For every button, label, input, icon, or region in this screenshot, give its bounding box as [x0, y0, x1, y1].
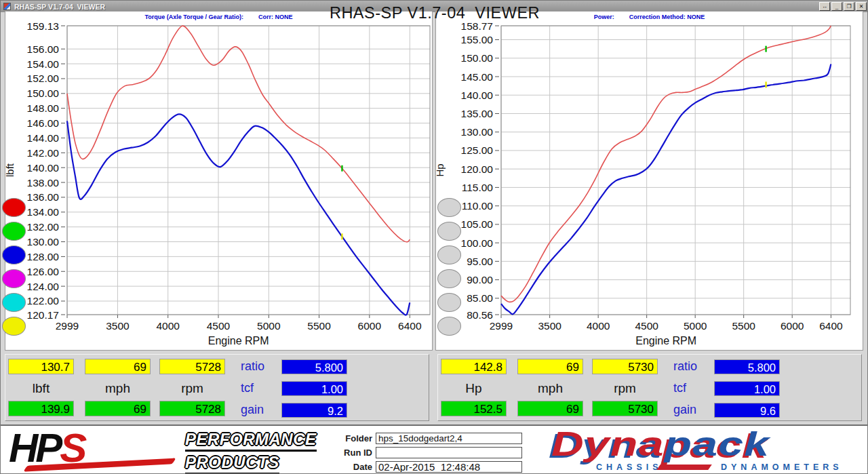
svg-text:105.00: 105.00: [461, 218, 494, 230]
svg-text:Engine RPM: Engine RPM: [635, 335, 696, 347]
power-chart: 158.77155.00150.00145.00140.00135.00130.…: [436, 12, 864, 351]
svg-text:2999: 2999: [490, 320, 513, 332]
ratio-label: ratio: [673, 359, 711, 374]
svg-text:150.00: 150.00: [461, 52, 494, 64]
curve-color-button-3[interactable]: [2, 245, 26, 264]
power-cursor-value: 142.8: [441, 359, 507, 374]
svg-text:100.00: 100.00: [461, 237, 494, 249]
curve-color-button-disabled-3[interactable]: [437, 245, 461, 264]
close-button[interactable]: ✕: [856, 2, 867, 11]
svg-text:155.00: 155.00: [461, 34, 494, 45]
svg-text:115.00: 115.00: [462, 182, 494, 193]
svg-text:142.00: 142.00: [27, 147, 60, 159]
svg-text:6000: 6000: [358, 320, 382, 332]
svg-text:5000: 5000: [257, 320, 281, 332]
svg-text:5500: 5500: [307, 320, 331, 332]
power-cursor-value-2: 152.5: [441, 401, 507, 416]
dynapack-logo: Dynapack CHASSIS DYNAMOMETERS: [551, 427, 850, 474]
svg-text:158.77: 158.77: [461, 20, 493, 32]
curve-color-button-6[interactable]: [2, 317, 26, 336]
power-data-table: 142.8 69 5730 Hp mph rpm 152.5 69 5730 r…: [437, 354, 862, 421]
svg-text:Engine RPM: Engine RPM: [208, 335, 269, 347]
svg-text:110.00: 110.00: [462, 200, 494, 212]
curve-color-button-4[interactable]: [2, 269, 26, 288]
torque-header-title: Torque (Axle Torque / Gear Ratio):: [144, 14, 243, 20]
svg-text:95.00: 95.00: [467, 256, 493, 267]
curve-color-button-2[interactable]: [2, 222, 26, 241]
power-header-title: Power:: [594, 14, 614, 20]
svg-text:124.00: 124.00: [27, 281, 60, 292]
footer: HPS PERFORMANCE PRODUCTS Folder Run ID D…: [1, 424, 868, 474]
curve-color-button-disabled-1[interactable]: [437, 198, 461, 217]
torque-header-corr: Corr: NONE: [258, 14, 293, 20]
run-id-input[interactable]: [376, 447, 522, 458]
svg-text:130.00: 130.00: [27, 236, 60, 248]
window-title: RHAS-SP V1.7-04 VIEWER: [14, 3, 105, 11]
dynapack-chassis-text: CHASSIS: [596, 462, 663, 472]
date-input[interactable]: [376, 461, 522, 473]
svg-text:144.00: 144.00: [27, 132, 60, 144]
folder-input[interactable]: [376, 433, 522, 444]
curve-color-button-1[interactable]: [2, 198, 26, 217]
gain-label: gain: [673, 403, 711, 417]
curve-color-button-disabled-4[interactable]: [437, 269, 461, 288]
resize-button[interactable]: ↔: [819, 2, 830, 11]
svg-text:80.56: 80.56: [467, 309, 493, 321]
svg-text:156.00: 156.00: [27, 43, 60, 55]
restore-button[interactable]: ❐: [844, 2, 854, 11]
dynapack-dynamometers-text: DYNAMOMETERS: [721, 462, 843, 472]
curve-color-button-disabled-6[interactable]: [437, 317, 461, 336]
rpm-unit-label: rpm: [592, 381, 658, 396]
svg-text:3500: 3500: [538, 320, 561, 332]
gain-value: 9.2: [281, 403, 347, 418]
app-window: RHAS-SP V1.7-04 VIEWER ↔ _ ❐ ✕ RHAS-SP V…: [0, 0, 868, 474]
svg-text:152.00: 152.00: [27, 73, 60, 84]
svg-text:120.17: 120.17: [27, 309, 59, 321]
rpm-unit-label: rpm: [159, 381, 225, 396]
svg-text:4000: 4000: [587, 320, 610, 332]
svg-text:lbft: lbft: [5, 163, 16, 177]
svg-text:4500: 4500: [207, 320, 231, 332]
torque-panel-header: Torque (Axle Torque / Gear Ratio):Corr: …: [5, 14, 432, 20]
torque-chart-panel: Torque (Axle Torque / Gear Ratio):Corr: …: [5, 11, 433, 351]
svg-text:2999: 2999: [56, 320, 79, 332]
date-label: Date: [340, 462, 372, 472]
svg-text:5500: 5500: [732, 320, 755, 332]
dynapack-swoosh-graphic: [656, 465, 712, 470]
run-id-label: Run ID: [340, 448, 372, 458]
power-header-corr: Correction Method: NONE: [629, 14, 705, 20]
ratio-label: ratio: [241, 359, 279, 374]
svg-text:159.13: 159.13: [27, 20, 59, 32]
svg-text:6400: 6400: [819, 320, 843, 332]
svg-text:135.00: 135.00: [461, 108, 494, 119]
power-panel-header: Power:Correction Method: NONE: [436, 14, 863, 20]
hps-tagline-performance: PERFORMANCE: [185, 430, 317, 452]
svg-text:138.00: 138.00: [27, 177, 60, 189]
hp-unit-label: Hp: [441, 381, 507, 396]
svg-text:Hp: Hp: [436, 163, 446, 176]
power-cursor-mph: 69: [517, 359, 583, 374]
svg-text:4000: 4000: [156, 320, 180, 332]
svg-text:4500: 4500: [635, 320, 658, 332]
svg-text:5000: 5000: [684, 320, 707, 332]
svg-text:145.00: 145.00: [461, 71, 494, 83]
svg-text:125.00: 125.00: [461, 144, 494, 156]
curve-color-button-disabled-2[interactable]: [437, 222, 461, 241]
tcf-label: tcf: [673, 381, 711, 395]
gain-label: gain: [241, 403, 279, 417]
svg-text:136.00: 136.00: [27, 191, 60, 203]
curve-color-button-disabled-5[interactable]: [437, 293, 461, 312]
svg-text:6000: 6000: [781, 320, 804, 332]
svg-text:154.00: 154.00: [27, 58, 60, 70]
hps-tagline-products: PRODUCTS: [185, 453, 279, 474]
minimize-button[interactable]: _: [831, 2, 842, 11]
tcf-value: 1.00: [714, 381, 780, 396]
svg-text:128.00: 128.00: [27, 251, 60, 262]
dynapack-logo-dyna: Dyna: [551, 425, 665, 463]
torque-unit-label: lbft: [8, 381, 74, 396]
svg-text:85.00: 85.00: [467, 292, 493, 304]
mph-unit-label: mph: [517, 381, 583, 396]
curve-color-button-5[interactable]: [2, 293, 26, 312]
ratio-value: 5.800: [714, 359, 780, 374]
svg-text:140.00: 140.00: [27, 162, 60, 174]
